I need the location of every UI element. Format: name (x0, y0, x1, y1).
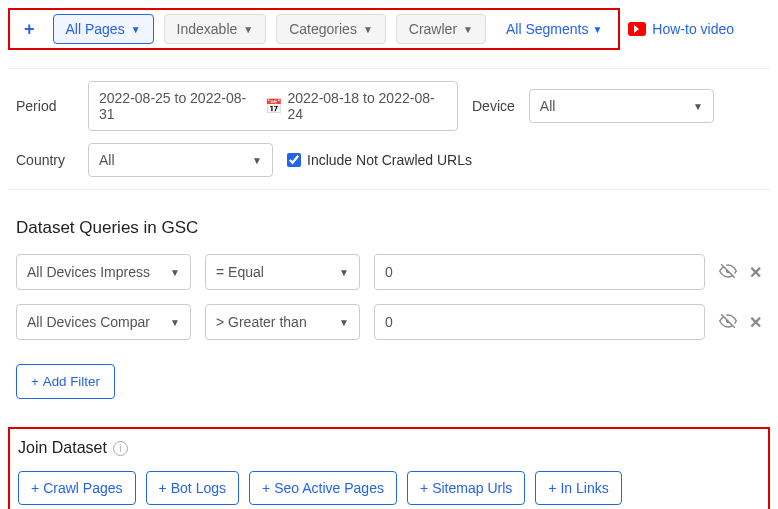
add-filter-label: Add Filter (43, 374, 100, 389)
period-range-input[interactable]: 2022-08-25 to 2022-08-31 📅 2022-08-18 to… (88, 81, 458, 131)
query-value-input[interactable]: 0 (374, 254, 705, 290)
add-tab-button[interactable]: + (16, 15, 43, 44)
country-label: Country (16, 152, 74, 168)
join-sitemap-urls-button[interactable]: +Sitemap Urls (407, 471, 525, 505)
tab-label: Categories (289, 21, 357, 37)
join-button-label: In Links (560, 480, 608, 496)
howto-label: How-to video (652, 21, 734, 37)
query-row: All Devices Impress ▼ = Equal ▼ 0 ✕ (16, 254, 762, 290)
hide-icon[interactable] (719, 262, 737, 283)
query-metric-select[interactable]: All Devices Compar ▼ (16, 304, 191, 340)
calendar-icon: 📅 (265, 98, 282, 114)
country-value: All (99, 152, 115, 168)
include-not-crawled-checkbox[interactable]: Include Not Crawled URLs (287, 152, 472, 168)
query-operator-select[interactable]: > Greater than ▼ (205, 304, 360, 340)
device-select[interactable]: All ▼ (529, 89, 714, 123)
join-dataset-title: Join Dataset (18, 439, 107, 457)
query-value-input[interactable]: 0 (374, 304, 705, 340)
join-seo-active-pages-button[interactable]: +Seo Active Pages (249, 471, 397, 505)
period-label: Period (16, 98, 74, 114)
chevron-down-icon: ▼ (693, 101, 703, 112)
plus-icon: + (420, 480, 428, 496)
add-filter-button[interactable]: + Add Filter (16, 364, 115, 399)
query-operator-select[interactable]: = Equal ▼ (205, 254, 360, 290)
filters-panel: Period 2022-08-25 to 2022-08-31 📅 2022-0… (8, 68, 770, 190)
tab-indexable[interactable]: Indexable ▼ (164, 14, 267, 44)
query-row: All Devices Compar ▼ > Greater than ▼ 0 … (16, 304, 762, 340)
join-button-label: Crawl Pages (43, 480, 122, 496)
segments-dropdown[interactable]: All Segments ▼ (496, 15, 612, 43)
query-value: 0 (385, 264, 393, 280)
chevron-down-icon: ▼ (170, 267, 180, 278)
query-metric-value: All Devices Compar (27, 314, 150, 330)
chevron-down-icon: ▼ (463, 24, 473, 35)
chevron-down-icon: ▼ (363, 24, 373, 35)
top-tabs-highlight-box: + All Pages ▼ Indexable ▼ Categories ▼ C… (8, 8, 620, 50)
info-icon[interactable]: i (113, 441, 128, 456)
plus-icon: + (31, 480, 39, 496)
plus-icon: + (159, 480, 167, 496)
include-not-crawled-input[interactable] (287, 153, 301, 167)
join-button-label: Seo Active Pages (274, 480, 384, 496)
remove-icon[interactable]: ✕ (749, 263, 762, 282)
period-range-1: 2022-08-25 to 2022-08-31 (99, 90, 259, 122)
join-dataset-highlight-box: Join Dataset i +Crawl Pages +Bot Logs +S… (8, 427, 770, 509)
tab-crawler[interactable]: Crawler ▼ (396, 14, 486, 44)
chevron-down-icon: ▼ (339, 317, 349, 328)
query-value: 0 (385, 314, 393, 330)
join-button-label: Sitemap Urls (432, 480, 512, 496)
plus-icon: + (262, 480, 270, 496)
chevron-down-icon: ▼ (339, 267, 349, 278)
country-select[interactable]: All ▼ (88, 143, 273, 177)
include-not-crawled-label: Include Not Crawled URLs (307, 152, 472, 168)
join-crawl-pages-button[interactable]: +Crawl Pages (18, 471, 136, 505)
join-in-links-button[interactable]: +In Links (535, 471, 621, 505)
howto-video-link[interactable]: How-to video (628, 21, 734, 37)
join-button-label: Bot Logs (171, 480, 226, 496)
chevron-down-icon: ▼ (592, 24, 602, 35)
hide-icon[interactable] (719, 312, 737, 333)
query-metric-value: All Devices Impress (27, 264, 150, 280)
query-operator-value: > Greater than (216, 314, 307, 330)
chevron-down-icon: ▼ (252, 155, 262, 166)
dataset-queries-title: Dataset Queries in GSC (16, 218, 770, 238)
query-metric-select[interactable]: All Devices Impress ▼ (16, 254, 191, 290)
device-value: All (540, 98, 556, 114)
join-bot-logs-button[interactable]: +Bot Logs (146, 471, 239, 505)
tab-categories[interactable]: Categories ▼ (276, 14, 386, 44)
youtube-icon (628, 22, 646, 36)
plus-icon: + (31, 374, 39, 389)
tab-label: Indexable (177, 21, 238, 37)
segments-label: All Segments (506, 21, 588, 37)
tab-label: Crawler (409, 21, 457, 37)
query-operator-value: = Equal (216, 264, 264, 280)
chevron-down-icon: ▼ (131, 24, 141, 35)
remove-icon[interactable]: ✕ (749, 313, 762, 332)
period-range-2: 2022-08-18 to 2022-08-24 (288, 90, 448, 122)
tab-all-pages[interactable]: All Pages ▼ (53, 14, 154, 44)
tab-label: All Pages (66, 21, 125, 37)
chevron-down-icon: ▼ (243, 24, 253, 35)
plus-icon: + (548, 480, 556, 496)
chevron-down-icon: ▼ (170, 317, 180, 328)
device-label: Device (472, 98, 515, 114)
